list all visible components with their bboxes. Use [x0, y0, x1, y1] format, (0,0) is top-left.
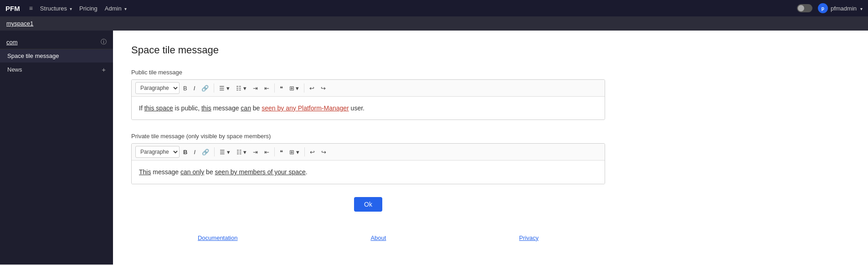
outdent-button-public[interactable]: ⇤: [262, 82, 272, 94]
sep6: [304, 147, 305, 156]
sidebar-item-space-tile-message[interactable]: Space tile message: [0, 49, 113, 62]
undo-button-public[interactable]: ↩: [307, 82, 317, 94]
footer: Documentation About Privacy: [131, 225, 605, 246]
sep3: [304, 83, 304, 93]
theme-toggle[interactable]: [797, 4, 812, 12]
sidebar-news-label: News: [7, 66, 22, 73]
documentation-link[interactable]: Documentation: [198, 234, 237, 241]
navbar-right: p pfmadmin: [797, 3, 863, 13]
user-name: pfmadmin: [831, 5, 857, 12]
sep5: [274, 147, 275, 156]
ordered-list-button-private[interactable]: ☷ ▾: [234, 146, 250, 158]
blockquote-button-private[interactable]: ❝: [277, 146, 286, 158]
outdent-button-private[interactable]: ⇤: [262, 146, 272, 158]
privacy-link[interactable]: Privacy: [519, 234, 539, 241]
sidebar: com ⓘ Space tile message News +: [0, 31, 113, 265]
info-icon[interactable]: ⓘ: [101, 38, 107, 46]
table-button-public[interactable]: ⊞ ▾: [287, 82, 302, 94]
table-button-private[interactable]: ⊞ ▾: [287, 146, 302, 158]
sep1: [214, 83, 214, 93]
main-layout: com ⓘ Space tile message News + Space ti…: [0, 31, 868, 265]
sidebar-item-label: Space tile message: [7, 52, 59, 59]
indent-button-public[interactable]: ⇥: [250, 82, 261, 94]
italic-button-private[interactable]: I: [191, 146, 198, 158]
sidebar-item-news[interactable]: News +: [0, 62, 113, 77]
indent-button-private[interactable]: ⇥: [250, 146, 261, 158]
bold-button-public[interactable]: B: [180, 82, 190, 94]
private-tile-label: Private tile message (only visible by sp…: [131, 133, 850, 140]
hamburger-icon[interactable]: ≡: [29, 5, 33, 12]
sidebar-com-label[interactable]: com: [6, 39, 18, 46]
avatar: p: [818, 3, 828, 13]
private-editor: Paragraphe B I 🔗 ☰ ▾ ☷ ▾ ⇥ ⇤ ❝ ⊞ ▾ ↩ ↪: [131, 143, 605, 184]
page-title: Space tile message: [131, 44, 850, 56]
public-editor-body[interactable]: If this space is public, this message ca…: [132, 97, 605, 120]
bold-button-private[interactable]: B: [180, 146, 190, 158]
pricing-link[interactable]: Pricing: [79, 5, 98, 12]
structures-chevron-icon: [69, 5, 72, 12]
content-area: Space tile message Public tile message P…: [113, 31, 868, 265]
public-editor-toolbar: Paragraphe B I 🔗 ☰ ▾ ☷ ▾ ⇥ ⇤ ❝ ⊞ ▾ ↩ ↪: [132, 80, 605, 97]
navbar: PFM ≡ Structures Pricing Admin p pfmadmi…: [0, 0, 868, 16]
structures-label: Structures: [40, 5, 67, 12]
ok-button[interactable]: Ok: [354, 197, 382, 212]
private-editor-toolbar: Paragraphe B I 🔗 ☰ ▾ ☷ ▾ ⇥ ⇤ ❝ ⊞ ▾ ↩ ↪: [132, 144, 605, 161]
bullet-list-button-private[interactable]: ☰ ▾: [217, 146, 233, 158]
brand-logo: PFM: [5, 5, 20, 12]
public-tile-section: Public tile message Paragraphe B I 🔗 ☰ ▾…: [131, 69, 850, 120]
italic-button-public[interactable]: I: [191, 82, 198, 94]
private-tile-section: Private tile message (only visible by sp…: [131, 133, 850, 184]
ok-button-container: Ok: [131, 197, 605, 212]
admin-chevron-icon: [123, 5, 127, 12]
private-editor-body[interactable]: This message can only be seen by members…: [132, 161, 605, 183]
breadcrumb-space-link[interactable]: myspace1: [6, 20, 33, 27]
paragraph-select-private[interactable]: Paragraphe: [135, 146, 180, 158]
breadcrumb-bar: myspace1: [0, 16, 868, 31]
admin-menu[interactable]: Admin: [105, 5, 127, 12]
sidebar-section-header: com ⓘ: [0, 35, 113, 49]
public-tile-label: Public tile message: [131, 69, 850, 76]
sep4: [214, 147, 215, 156]
structures-menu[interactable]: Structures: [40, 5, 72, 12]
link-button-private[interactable]: 🔗: [199, 146, 212, 158]
user-chevron-icon: [859, 5, 863, 12]
undo-button-private[interactable]: ↩: [307, 146, 318, 158]
paragraph-select-public[interactable]: Paragraphe: [135, 82, 180, 94]
link-button-public[interactable]: 🔗: [199, 82, 211, 94]
redo-button-private[interactable]: ↪: [318, 146, 329, 158]
redo-button-public[interactable]: ↪: [318, 82, 329, 94]
avatar-initial: p: [822, 6, 824, 11]
bullet-list-button-public[interactable]: ☰ ▾: [216, 82, 232, 94]
admin-label: Admin: [105, 5, 122, 12]
sep2: [274, 83, 275, 93]
blockquote-button-public[interactable]: ❝: [277, 82, 286, 94]
add-news-icon[interactable]: +: [102, 66, 106, 73]
user-menu[interactable]: p pfmadmin: [818, 3, 863, 13]
ordered-list-button-public[interactable]: ☷ ▾: [233, 82, 249, 94]
public-editor: Paragraphe B I 🔗 ☰ ▾ ☷ ▾ ⇥ ⇤ ❝ ⊞ ▾ ↩ ↪: [131, 79, 605, 120]
about-link[interactable]: About: [370, 234, 386, 241]
